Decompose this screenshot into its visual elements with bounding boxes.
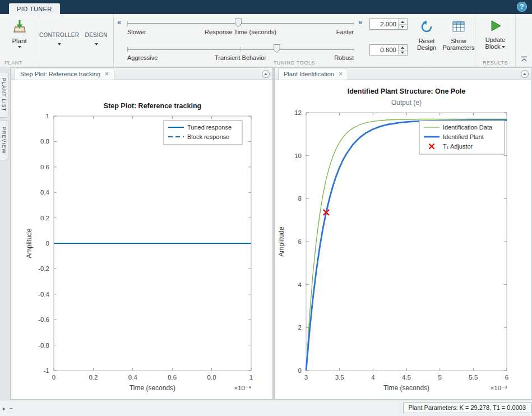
table-icon xyxy=(452,20,465,38)
svg-text:6: 6 xyxy=(298,238,302,245)
svg-text:-0.2: -0.2 xyxy=(38,265,49,272)
response-time-slider-labels: Slower Response Time (seconds) Faster xyxy=(127,29,354,35)
slider-thumb-face xyxy=(274,45,280,53)
svg-text:4.5: 4.5 xyxy=(402,374,411,381)
status-bar-controls: ▸ − xyxy=(3,405,13,412)
svg-text:0: 0 xyxy=(46,240,49,247)
dropdown-arrow-icon xyxy=(95,43,98,45)
svg-text:0.4: 0.4 xyxy=(128,374,138,381)
plant-button-label: Plant xyxy=(12,38,26,44)
svg-text:12: 12 xyxy=(294,109,302,116)
svg-text:0.6: 0.6 xyxy=(168,374,177,381)
sidebar-tab-preview[interactable]: PREVIEW xyxy=(0,121,8,160)
svg-text:2: 2 xyxy=(298,324,302,331)
tuning-tools-section-label: TUNING TOOLS xyxy=(274,60,315,66)
transient-behavior-value[interactable] xyxy=(370,45,398,55)
sidebar-tab-plant-list[interactable]: PLANT LIST xyxy=(0,72,8,118)
results-section-label: RESULTS xyxy=(483,60,508,66)
svg-text:0: 0 xyxy=(298,367,302,374)
undo-icon xyxy=(420,20,433,38)
reset-design-button[interactable]: Reset Design xyxy=(412,20,441,52)
close-icon[interactable]: × xyxy=(339,71,343,77)
response-time-slider-thumb[interactable] xyxy=(235,19,242,27)
tab-step-plot[interactable]: Step Plot: Reference tracking × xyxy=(15,68,114,80)
minimize-panel-icon[interactable]: − xyxy=(10,405,13,412)
expand-sliders-icon[interactable]: » xyxy=(358,19,362,26)
plant-section-label: PLANT xyxy=(4,60,22,66)
document-area: PLANT LIST PREVIEW Step Plot: Reference … xyxy=(0,67,532,400)
svg-text:10: 10 xyxy=(294,152,302,159)
show-parameters-label-2: Parameters xyxy=(443,44,475,52)
svg-text:4: 4 xyxy=(298,281,302,288)
response-time-slider[interactable] xyxy=(127,19,354,28)
svg-text:0.2: 0.2 xyxy=(89,374,98,381)
dropdown-arrow-icon xyxy=(58,43,61,45)
collapse-ribbon-icon[interactable] xyxy=(521,54,528,64)
svg-text:5: 5 xyxy=(438,374,441,381)
svg-text:0.6: 0.6 xyxy=(40,164,49,170)
svg-text:0.2: 0.2 xyxy=(40,215,49,221)
spinner-up-icon[interactable] xyxy=(399,45,407,50)
x-axis-exponent: ×10⁻³ xyxy=(491,385,507,391)
spinner-down-icon[interactable] xyxy=(399,50,407,56)
plant-section: Plant PLANT xyxy=(0,14,39,67)
slider-label-response-time: Response Time (seconds) xyxy=(205,29,276,35)
svg-text:3: 3 xyxy=(304,374,308,381)
svg-text:6: 6 xyxy=(505,374,508,381)
results-section: Update Block RESULTS xyxy=(475,14,516,67)
dropdown-arrow-icon xyxy=(502,46,505,48)
show-parameters-button[interactable]: Show Parameters xyxy=(442,20,475,52)
legend-entry-label: Tuned response xyxy=(187,124,232,131)
controller-dropdown[interactable]: CONTROLLER xyxy=(39,14,79,67)
step-plot-chart[interactable]: 00.20.40.60.81-1-0.8-0.6-0.4-0.200.20.40… xyxy=(11,80,270,399)
legend-entry-label: Block response xyxy=(187,133,229,140)
svg-text:-0.4: -0.4 xyxy=(38,291,49,298)
tab-plant-identification-label: Plant Identification xyxy=(284,71,334,77)
tab-pid-tuner[interactable]: PID TUNER xyxy=(9,3,60,14)
svg-text:1: 1 xyxy=(249,374,253,381)
svg-text:1: 1 xyxy=(46,113,49,119)
close-icon[interactable]: × xyxy=(105,71,109,77)
plant-identification-chart[interactable]: 33.544.555.56024681012Identified Plant S… xyxy=(275,80,528,399)
update-block-label-1: Update xyxy=(485,36,505,44)
spinner-buttons xyxy=(398,19,407,29)
slider-thumb-face xyxy=(235,19,241,27)
response-time-value[interactable] xyxy=(370,19,398,29)
spinner-up-icon[interactable] xyxy=(399,19,407,24)
y-axis-label: Amplitude xyxy=(277,227,285,257)
slider-label-slower: Slower xyxy=(127,29,146,35)
design-dropdown[interactable]: DESIGN xyxy=(79,14,113,67)
legend-entry-label: T₁ Adjustor xyxy=(443,143,473,150)
response-time-spinner[interactable] xyxy=(369,19,408,30)
play-icon xyxy=(489,19,502,36)
tab-plant-identification[interactable]: Plant Identification × xyxy=(278,68,348,80)
transient-behavior-slider[interactable] xyxy=(127,44,354,54)
transient-behavior-slider-thumb[interactable] xyxy=(274,44,280,53)
expand-panel-icon[interactable]: ▸ xyxy=(3,405,6,412)
slider-tick-mark xyxy=(354,21,354,26)
legend-entry-label: Identified Plant xyxy=(443,133,484,140)
collapse-sliders-icon[interactable]: « xyxy=(117,19,121,26)
help-button[interactable]: ? xyxy=(517,2,527,12)
plant-parameters-readout: Plant Parameters: K = 29.278, T1 = 0.000… xyxy=(403,403,532,413)
ribbon-right-filler xyxy=(516,14,532,67)
svg-text:3.5: 3.5 xyxy=(335,374,344,381)
spinner-buttons xyxy=(398,45,407,55)
slider-label-faster: Faster xyxy=(336,29,354,35)
controller-dropdown-label: CONTROLLER xyxy=(39,32,79,38)
plant-identification-body: 33.544.555.56024681012Identified Plant S… xyxy=(275,80,531,399)
plant-button[interactable]: Plant xyxy=(0,14,39,48)
svg-text:5.5: 5.5 xyxy=(469,374,478,381)
slider-tick-mark xyxy=(354,47,354,52)
update-block-button[interactable]: Update Block xyxy=(478,19,514,50)
plant-identification-panel: Plant Identification × 33.544.555.560246… xyxy=(274,67,532,400)
panel-actions-icon[interactable] xyxy=(521,70,529,78)
tuning-tools-section: « Slower Response Time (seconds) Faster xyxy=(114,14,475,67)
panel-actions-icon[interactable] xyxy=(262,70,270,78)
transient-behavior-slider-labels: Aggressive Transient Behavior Robust xyxy=(127,54,354,61)
reset-design-label-2: Design xyxy=(417,44,436,52)
controller-design-section: CONTROLLER DESIGN xyxy=(39,14,114,67)
spinner-down-icon[interactable] xyxy=(399,24,407,30)
transient-behavior-spinner[interactable] xyxy=(369,44,408,56)
pid-tuner-window: PID TUNER ? Plant PLANT CONTROLLE xyxy=(0,0,532,416)
